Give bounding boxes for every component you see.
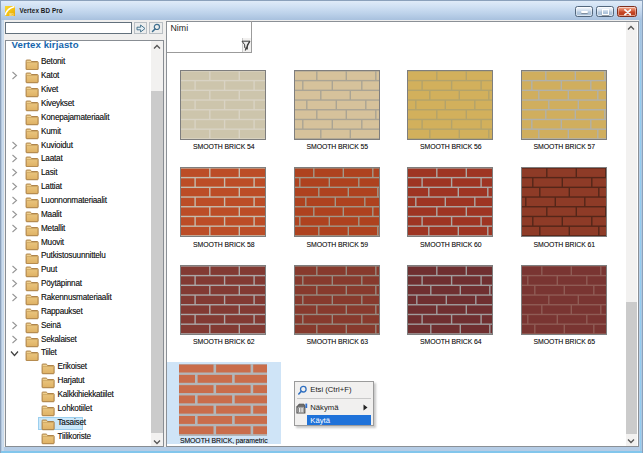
svg-text:BD: BD — [10, 13, 15, 16]
